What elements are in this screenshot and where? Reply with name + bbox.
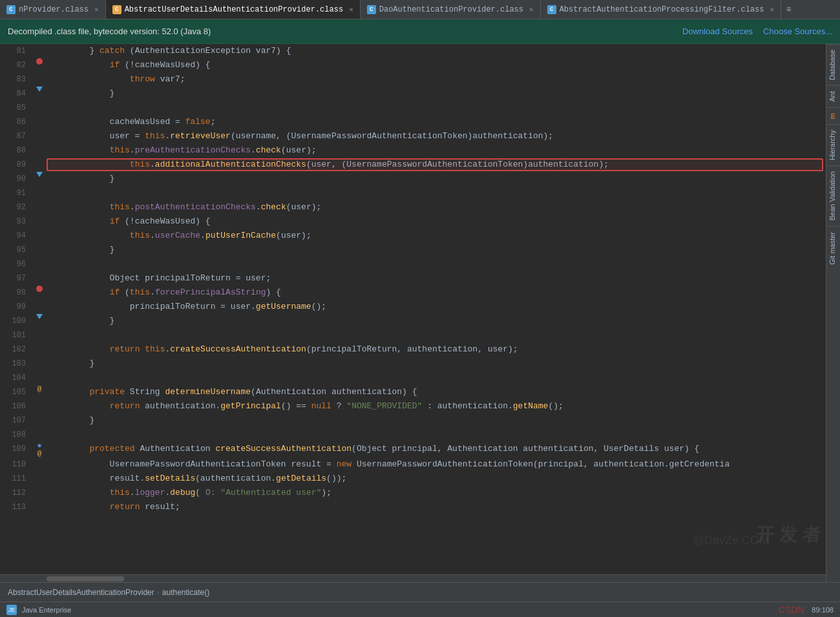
line-code: } xyxy=(47,357,826,371)
line-number: 100 xyxy=(0,314,32,328)
line-code: private String determineUsername(Authent… xyxy=(47,385,826,399)
line-number: 99 xyxy=(0,300,32,314)
table-row: 96 xyxy=(0,257,826,271)
table-row: 97 Object principalToReturn = user; xyxy=(0,271,826,286)
line-code: return result; xyxy=(47,500,826,514)
code-scroll: 81 } catch (AuthenticationException var7… xyxy=(0,44,826,582)
breakpoint-icon xyxy=(36,286,43,292)
line-number: 106 xyxy=(0,399,32,413)
tab-close-1[interactable]: ✕ xyxy=(349,5,353,14)
line-code: } xyxy=(47,413,826,428)
sidebar-label-git[interactable]: Git master xyxy=(826,226,840,270)
table-row: 102 return this.createSuccessAuthenticat… xyxy=(0,342,826,357)
line-code: if (!cacheWasUsed) { xyxy=(47,214,826,229)
table-row: 106 return authentication.getPrincipal()… xyxy=(0,399,826,413)
line-code: return authentication.getPrincipal() == … xyxy=(47,399,826,413)
table-row: 90 } xyxy=(0,172,826,186)
csdn-mark: CSDN xyxy=(779,605,804,615)
line-number: 81 xyxy=(0,44,32,58)
sidebar-label-bean-validation[interactable]: Bean Validation xyxy=(826,165,840,225)
tab-icon-3: C xyxy=(547,5,556,14)
line-code: } xyxy=(47,314,826,328)
line-gutter: @ xyxy=(32,385,47,393)
sidebar-label-hierarchy[interactable]: Hierarchy xyxy=(826,124,840,165)
table-row: 87 user = this.retrieveUser(username, (U… xyxy=(0,129,826,143)
line-code: this.additionalAuthenticationChecks(user… xyxy=(47,158,826,172)
table-row: 104 xyxy=(0,371,826,385)
line-code: Object principalToReturn = user; xyxy=(47,271,826,286)
line-code: cacheWasUsed = false; xyxy=(47,115,826,129)
line-number: 97 xyxy=(0,271,32,286)
line-number: 94 xyxy=(0,229,32,243)
line-number: 101 xyxy=(0,328,32,342)
table-row: 111 result.setDetails(authentication.get… xyxy=(0,472,826,486)
line-code: } xyxy=(47,87,826,101)
table-row: 92 this.postAuthenticationChecks.check(u… xyxy=(0,200,826,214)
table-row: 89 this.additionalAuthenticationChecks(u… xyxy=(0,158,826,172)
table-row: 108 xyxy=(0,428,826,442)
bookmark-icon xyxy=(36,172,43,177)
breadcrumb-separator: › xyxy=(157,588,160,597)
breadcrumb-bar: AbstractUserDetailsAuthenticationProvide… xyxy=(0,582,840,601)
tab-icon-1: C xyxy=(112,5,121,14)
annotation-icon: @ xyxy=(37,385,42,393)
line-number: 113 xyxy=(0,500,32,514)
sidebar-label-database[interactable]: Database xyxy=(826,44,840,85)
line-number: 98 xyxy=(0,286,32,300)
table-row: 109 ◉ @ protected Authentication createS… xyxy=(0,442,826,457)
tab-abstract-user-details[interactable]: C AbstractUserDetailsAuthenticationProvi… xyxy=(106,0,361,19)
horizontal-scrollbar[interactable] xyxy=(0,574,826,582)
tab-dao-auth[interactable]: C DaoAuthenticationProvider.class ✕ xyxy=(361,0,541,19)
status-left: JE Java Enterprise xyxy=(6,605,71,615)
tab-close-3[interactable]: ✕ xyxy=(770,5,774,14)
line-gutter xyxy=(32,314,47,319)
line-number: 82 xyxy=(0,58,32,72)
cursor-position: 89:108 xyxy=(812,606,834,614)
line-number: 93 xyxy=(0,214,32,229)
line-number: 95 xyxy=(0,243,32,257)
download-sources-link[interactable]: Download Sources xyxy=(682,26,753,36)
line-code: UsernamePasswordAuthenticationToken resu… xyxy=(47,457,826,472)
tab-label-3: AbstractAuthenticationProcessingFilter.c… xyxy=(560,5,764,14)
java-enterprise-icon: JE xyxy=(6,605,17,615)
right-sidebar: Database Ant m Hierarchy Bean Validation… xyxy=(826,44,840,582)
tab-icon-0: C xyxy=(6,5,16,14)
tab-close-2[interactable]: ✕ xyxy=(529,5,534,14)
line-number: 88 xyxy=(0,143,32,158)
annotation-icon-2: @ xyxy=(37,450,42,457)
tab-label-1: AbstractUserDetailsAuthenticationProvide… xyxy=(125,5,343,14)
status-right: CSDN 89:108 xyxy=(779,605,834,615)
code-area[interactable]: 81 } catch (AuthenticationException var7… xyxy=(0,44,826,582)
breadcrumb-class: AbstractUserDetailsAuthenticationProvide… xyxy=(8,588,154,597)
choose-sources-link[interactable]: Choose Sources... xyxy=(763,26,832,36)
breakpoint-icon xyxy=(36,58,43,65)
scrollbar-thumb[interactable] xyxy=(47,576,124,581)
line-code: this.preAuthenticationChecks.check(user)… xyxy=(47,143,826,158)
table-row: 81 } catch (AuthenticationException var7… xyxy=(0,44,826,58)
tab-abstract-auth-processing[interactable]: C AbstractAuthenticationProcessingFilter… xyxy=(541,0,781,19)
sidebar-label-ant[interactable]: Ant xyxy=(826,85,840,107)
line-code: } xyxy=(47,172,826,186)
line-number: 110 xyxy=(0,457,32,472)
line-number: 84 xyxy=(0,87,32,101)
line-code: user = this.retrieveUser(username, (User… xyxy=(47,129,826,143)
table-row: 91 xyxy=(0,186,826,200)
line-number: 108 xyxy=(0,428,32,442)
breadcrumb-method: authenticate() xyxy=(162,588,209,597)
line-gutter xyxy=(32,286,47,292)
sidebar-label-maven[interactable]: m xyxy=(826,107,840,125)
table-row: 82 if (!cacheWasUsed) { xyxy=(0,58,826,72)
tab-close-0[interactable]: ✕ xyxy=(94,5,99,14)
line-number: 87 xyxy=(0,129,32,143)
line-code: return this.createSuccessAuthentication(… xyxy=(47,342,826,357)
line-number: 89 xyxy=(0,158,32,172)
line-number: 105 xyxy=(0,385,32,399)
tab-overflow-button[interactable]: ≡ xyxy=(781,0,796,19)
decompiled-notice-text: Decompiled .class file, bytecode version… xyxy=(8,26,211,36)
line-code: throw var7; xyxy=(47,72,826,87)
table-row: 84 } xyxy=(0,87,826,101)
table-row: 100 } xyxy=(0,314,826,328)
table-row: 88 this.preAuthenticationChecks.check(us… xyxy=(0,143,826,158)
tab-nprovider[interactable]: C nProvider.class ✕ xyxy=(0,0,106,19)
java-enterprise-label: Java Enterprise xyxy=(22,606,71,614)
